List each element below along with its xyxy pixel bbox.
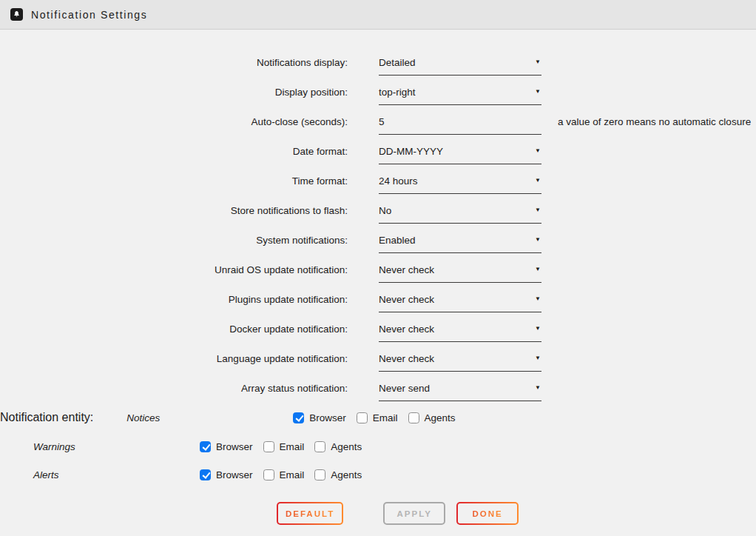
notices-email-checkbox[interactable] <box>357 412 368 423</box>
notifications-display-select[interactable]: Detailed ▼ <box>379 57 541 76</box>
form-row: Language update notification: Never chec… <box>0 344 756 373</box>
notification-settings-page: Notification Settings Notifications disp… <box>0 0 756 536</box>
warnings-checkbox-group: Browser Email Agents <box>200 441 372 452</box>
field-label: Language update notification: <box>0 353 348 364</box>
notices-browser-option[interactable]: Browser <box>293 412 346 423</box>
alerts-browser-option[interactable]: Browser <box>200 469 253 480</box>
done-button[interactable]: DONE <box>456 502 519 525</box>
form-row: Plugins update notification: Never check… <box>0 284 756 314</box>
field-label: Time format: <box>0 175 348 187</box>
settings-form: Notifications display: Detailed ▼ Displa… <box>0 30 756 525</box>
alerts-browser-checkbox[interactable] <box>200 469 211 480</box>
notices-browser-checkbox[interactable] <box>293 412 304 423</box>
page-title: Notification Settings <box>31 9 147 21</box>
entity-row-alerts: Alerts Browser Email Agents <box>0 460 756 489</box>
alerts-agents-checkbox[interactable] <box>314 469 325 480</box>
plugins-update-notification-select[interactable]: Never check ▼ <box>379 294 541 312</box>
chevron-down-icon: ▼ <box>535 237 541 243</box>
warnings-agents-option[interactable]: Agents <box>314 441 362 452</box>
button-row: DEFAULT APPLY DONE <box>277 502 756 525</box>
apply-button[interactable]: APPLY <box>383 502 445 525</box>
array-status-notification-select[interactable]: Never send ▼ <box>379 383 541 401</box>
form-row: Date format: DD-MM-YYYY ▼ <box>0 136 756 166</box>
warnings-agents-checkbox[interactable] <box>314 441 325 452</box>
chevron-down-icon: ▼ <box>535 178 541 184</box>
entity-row-notices: Notification entity: Notices Browser Ema… <box>0 403 756 432</box>
chevron-down-icon: ▼ <box>535 89 541 95</box>
form-row: Notifications display: Detailed ▼ <box>0 47 756 77</box>
alerts-checkbox-group: Browser Email Agents <box>200 469 372 480</box>
chevron-down-icon: ▼ <box>535 296 541 302</box>
form-row: Auto-close (seconds): 5 a value of zero … <box>0 107 756 136</box>
form-row: Time format: 24 hours ▼ <box>0 166 756 195</box>
auto-close-note: a value of zero means no automatic closu… <box>558 116 751 127</box>
chevron-down-icon: ▼ <box>535 326 541 332</box>
notices-agents-option[interactable]: Agents <box>408 412 456 423</box>
entity-name-alerts: Alerts <box>31 469 194 480</box>
field-label: Date format: <box>0 146 348 157</box>
auto-close-input[interactable]: 5 <box>379 116 541 135</box>
notices-checkbox-group: Browser Email Agents <box>293 412 465 423</box>
entity-name-warnings: Warnings <box>31 441 194 452</box>
warnings-browser-option[interactable]: Browser <box>200 441 253 452</box>
chevron-down-icon: ▼ <box>535 59 541 65</box>
field-label: System notifications: <box>0 235 348 246</box>
form-row: Array status notification: Never send ▼ <box>0 373 756 403</box>
time-format-select[interactable]: 24 hours ▼ <box>379 175 541 194</box>
chevron-down-icon: ▼ <box>535 267 541 272</box>
form-row: System notifications: Enabled ▼ <box>0 225 756 255</box>
entity-row-warnings: Warnings Browser Email Agents <box>0 432 756 460</box>
notices-agents-checkbox[interactable] <box>408 412 419 423</box>
field-label: Display position: <box>0 87 348 98</box>
field-label: Plugins update notification: <box>0 294 348 305</box>
form-row: Docker update notification: Never check … <box>0 314 756 344</box>
title-bar: Notification Settings <box>0 0 756 30</box>
chevron-down-icon: ▼ <box>535 385 541 391</box>
form-row: Store notifications to flash: No ▼ <box>0 195 756 225</box>
display-position-select[interactable]: top-right ▼ <box>379 87 541 105</box>
field-label: Auto-close (seconds): <box>0 116 348 127</box>
os-update-notification-select[interactable]: Never check ▼ <box>379 264 541 283</box>
field-label: Store notifications to flash: <box>0 205 348 216</box>
notices-email-option[interactable]: Email <box>357 412 398 423</box>
store-to-flash-select[interactable]: No ▼ <box>379 205 541 224</box>
form-row: Unraid OS update notification: Never che… <box>0 255 756 284</box>
chevron-down-icon: ▼ <box>535 207 541 213</box>
field-label: Notifications display: <box>0 57 348 68</box>
alerts-agents-option[interactable]: Agents <box>314 469 362 480</box>
system-notifications-select[interactable]: Enabled ▼ <box>379 235 541 253</box>
warnings-browser-checkbox[interactable] <box>200 441 211 452</box>
docker-update-notification-select[interactable]: Never check ▼ <box>379 324 541 342</box>
entity-name-notices: Notices <box>124 412 287 423</box>
language-update-notification-select[interactable]: Never check ▼ <box>379 353 541 372</box>
alerts-email-checkbox[interactable] <box>263 469 274 480</box>
warnings-email-option[interactable]: Email <box>263 441 305 452</box>
form-row: Display position: top-right ▼ <box>0 77 756 107</box>
warnings-email-checkbox[interactable] <box>263 441 274 452</box>
field-label: Unraid OS update notification: <box>0 264 348 275</box>
chevron-down-icon: ▼ <box>535 355 541 361</box>
chevron-down-icon: ▼ <box>535 148 541 154</box>
field-label: Array status notification: <box>0 383 348 394</box>
alerts-email-option[interactable]: Email <box>263 469 305 480</box>
notification-bell-icon <box>10 8 23 21</box>
field-label: Notification entity: <box>0 411 93 424</box>
date-format-select[interactable]: DD-MM-YYYY ▼ <box>379 146 541 164</box>
default-button[interactable]: DEFAULT <box>277 502 343 525</box>
field-label: Docker update notification: <box>0 324 348 335</box>
